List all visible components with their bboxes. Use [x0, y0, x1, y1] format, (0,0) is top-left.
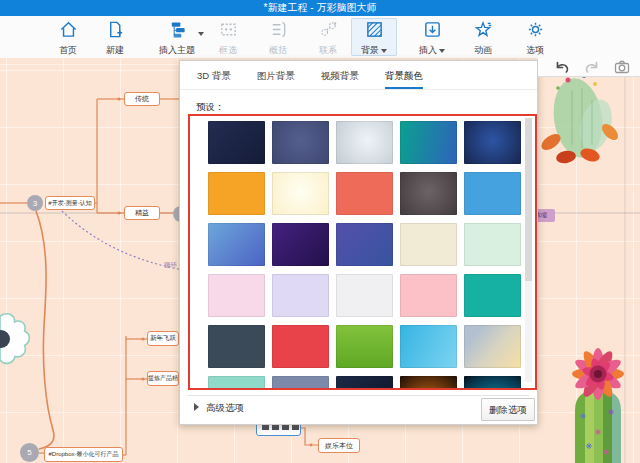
insert-topic-icon [168, 25, 187, 42]
redo-button[interactable] [582, 59, 602, 75]
topic-node-dropbox[interactable]: #Dropbox-最小化可行产品 [44, 447, 123, 462]
advanced-options-toggle[interactable]: 高级选项 [194, 402, 244, 415]
color-swatch-r5c5[interactable] [464, 325, 521, 368]
color-swatch-r1c2[interactable] [272, 121, 329, 164]
color-swatch-r1c4[interactable] [400, 121, 457, 164]
color-swatch-r1c1[interactable] [208, 121, 265, 164]
insert-caret-icon [439, 49, 445, 53]
color-swatch-r4c1[interactable] [208, 274, 265, 317]
color-swatch-r2c1[interactable] [208, 172, 265, 215]
camera-icon [614, 61, 630, 78]
swatch-scrollbar[interactable] [525, 118, 532, 382]
screenshot-button[interactable] [612, 59, 632, 75]
insert-down-icon [423, 25, 442, 42]
branch-badge-5[interactable]: 5 [20, 443, 39, 462]
toolbar-new[interactable]: 新建 [93, 18, 137, 56]
color-swatch-r4c4[interactable] [400, 274, 457, 317]
redo-icon [584, 61, 600, 78]
toolbar-home-label: 首页 [46, 44, 90, 57]
relation-label[interactable]: 循环 [164, 261, 177, 270]
preset-swatch-box [188, 114, 537, 390]
color-swatch-r5c3[interactable] [336, 325, 393, 368]
toolbar-options[interactable]: 选项 [513, 18, 557, 56]
background-panel-tabs: 3D 背景 图片背景 视频背景 背景颜色 [180, 61, 537, 90]
tab-background-color[interactable]: 背景颜色 [385, 70, 423, 89]
preset-label: 预设： [196, 101, 225, 114]
toolbar-summary: 概括 [256, 18, 300, 56]
toolbar-animation-label: 动画 [461, 44, 505, 57]
home-icon [59, 25, 78, 42]
topic-node-xinnian[interactable]: 新年飞跃 [147, 331, 179, 346]
toolbar-options-label: 选项 [513, 44, 557, 57]
color-swatch-r6c1[interactable] [208, 376, 265, 390]
color-swatch-r4c3[interactable] [336, 274, 393, 317]
color-swatch-r2c5[interactable] [464, 172, 521, 215]
toolbar-insert-label: 插入 [409, 44, 455, 57]
color-swatch-r5c4[interactable] [400, 325, 457, 368]
toolbar-insert[interactable]: 插入 [409, 18, 455, 56]
color-swatch-r4c5[interactable] [464, 274, 521, 317]
color-swatch-r6c5[interactable] [464, 376, 521, 390]
panel-divider [188, 395, 529, 396]
background-caret-icon [381, 49, 387, 53]
summary-icon [269, 25, 288, 42]
expand-triangle-icon [194, 403, 199, 411]
background-panel: 3D 背景 图片背景 视频背景 背景颜色 预设： 高级选项 删除选项 [179, 60, 538, 425]
color-swatch-r3c2[interactable] [272, 223, 329, 266]
color-swatch-r6c2[interactable] [272, 376, 329, 390]
color-swatch-r4c2[interactable] [272, 274, 329, 317]
background-icon [365, 25, 384, 42]
app-window: *新建工程 - 万彩脑图大师 首页 新建 插入主题 框选 概括 联系 [0, 0, 640, 463]
relation-icon [319, 25, 338, 42]
color-swatch-r3c5[interactable] [464, 223, 521, 266]
toolbar-home[interactable]: 首页 [46, 18, 90, 56]
toolbar-background[interactable]: 背景 [351, 18, 397, 56]
color-swatch-r2c4[interactable] [400, 172, 457, 215]
color-swatch-r1c3[interactable] [336, 121, 393, 164]
topic-node-yule[interactable]: 娱乐本位 [318, 438, 360, 453]
new-doc-icon [106, 25, 125, 42]
toolbar-frame-select: 框选 [206, 18, 250, 56]
toolbar-new-label: 新建 [93, 44, 137, 57]
color-swatch-r2c3[interactable] [336, 172, 393, 215]
color-swatch-r6c3[interactable] [336, 376, 393, 390]
tab-image-background[interactable]: 图片背景 [257, 70, 295, 89]
swatch-grid [208, 121, 521, 390]
color-swatch-r6c4[interactable] [400, 376, 457, 390]
tab-video-background[interactable]: 视频背景 [321, 70, 359, 89]
topic-node-chuantong[interactable]: 传统 [124, 92, 160, 106]
cactus-decoration-bottom [548, 348, 640, 463]
topic-node-tilian[interactable]: 提炼产品精 [147, 371, 179, 386]
branch-badge-3[interactable]: 3 [27, 195, 43, 211]
topic-node-jingyi[interactable]: 精益 [124, 206, 160, 220]
color-swatch-r1c5[interactable] [464, 121, 521, 164]
delete-option-button[interactable]: 删除选项 [481, 398, 535, 421]
swatch-scrollbar-thumb[interactable] [525, 118, 532, 281]
quick-toolbar [538, 58, 640, 77]
undo-button[interactable] [552, 59, 572, 75]
window-title: *新建工程 - 万彩脑图大师 [264, 2, 377, 13]
toolbar-insert-topic[interactable]: 插入主题 [148, 18, 206, 56]
main-toolbar: 首页 新建 插入主题 框选 概括 联系 背景 插入 [0, 16, 640, 59]
toolbar-insert-topic-label: 插入主题 [148, 44, 206, 57]
toolbar-relation: 联系 [306, 18, 350, 56]
color-swatch-r5c1[interactable] [208, 325, 265, 368]
title-bar: *新建工程 - 万彩脑图大师 [0, 0, 640, 16]
topic-node-kaifa[interactable]: #开发-测量-认知 [45, 196, 95, 210]
insert-topic-caret-icon [198, 32, 204, 36]
toolbar-background-label: 背景 [351, 44, 397, 57]
color-swatch-r3c3[interactable] [336, 223, 393, 266]
toolbar-relation-label: 联系 [306, 44, 350, 57]
color-swatch-r5c2[interactable] [272, 325, 329, 368]
toolbar-summary-label: 概括 [256, 44, 300, 57]
options-gear-icon [526, 25, 545, 42]
central-topic-cloud[interactable] [0, 308, 30, 368]
toolbar-animation[interactable]: 动画 [461, 18, 505, 56]
color-swatch-r3c4[interactable] [400, 223, 457, 266]
tab-3d-background[interactable]: 3D 背景 [197, 70, 231, 89]
toolbar-frame-select-label: 框选 [206, 44, 250, 57]
cactus-decoration-top [538, 70, 622, 182]
color-swatch-r3c1[interactable] [208, 223, 265, 266]
color-swatch-r2c2[interactable] [272, 172, 329, 215]
undo-icon [554, 61, 570, 78]
